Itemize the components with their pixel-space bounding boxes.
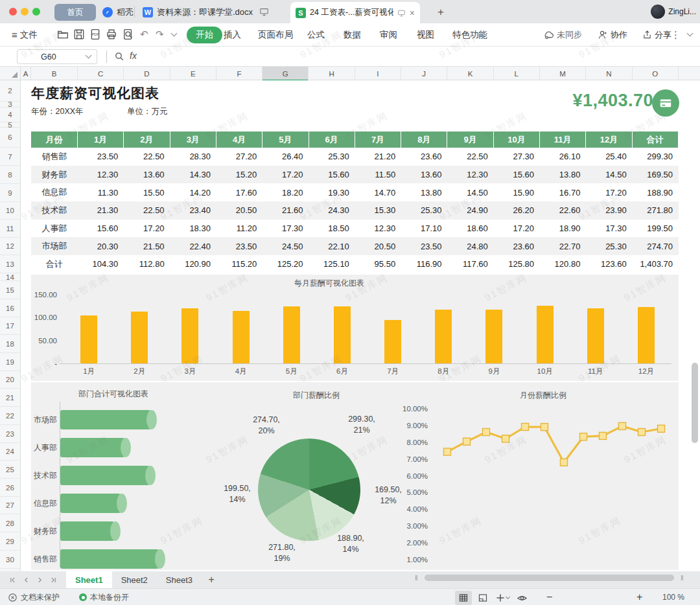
select-all-corner[interactable] — [0, 67, 21, 80]
ribbon-tab-5[interactable]: 审阅 — [380, 23, 397, 46]
row-header-18[interactable]: 18 — [0, 335, 20, 353]
table-cell[interactable]: 18.60 — [447, 220, 493, 238]
table-cell[interactable]: 271.80 — [633, 201, 679, 220]
table-cell[interactable]: 23.50 — [401, 237, 447, 255]
table-cell[interactable]: 17.20 — [586, 183, 632, 201]
table-cell[interactable]: 95.50 — [355, 255, 401, 273]
table-cell[interactable]: 1,403.70 — [633, 255, 679, 273]
monitor-icon[interactable] — [397, 9, 406, 17]
table-cell[interactable]: 26.20 — [494, 201, 540, 220]
table-header-cell[interactable]: 5月 — [262, 131, 309, 148]
sheet-tab-sheet3[interactable]: Sheet3 — [157, 571, 202, 588]
table-cell[interactable]: 23.50 — [78, 148, 124, 166]
row-header-5[interactable]: 5 — [0, 122, 20, 128]
table-cell[interactable]: 25.40 — [586, 148, 632, 166]
column-header-H[interactable]: H — [309, 67, 355, 80]
table-row-label[interactable]: 信息部 — [31, 183, 78, 201]
row-header-10[interactable]: 10 — [0, 202, 20, 220]
table-cell[interactable]: 28.30 — [170, 148, 216, 166]
table-cell[interactable]: 125.20 — [262, 255, 309, 273]
row-header-23[interactable]: 23 — [0, 425, 20, 443]
table-cell[interactable]: 23.60 — [494, 237, 540, 255]
table-header-cell[interactable]: 3月 — [170, 131, 216, 148]
table-cell[interactable]: 23.90 — [586, 201, 632, 220]
table-cell[interactable]: 15.60 — [309, 166, 355, 184]
row-header-8[interactable]: 8 — [0, 166, 20, 184]
table-cell[interactable]: 12.30 — [355, 220, 401, 238]
table-row-label[interactable]: 销售部 — [31, 148, 78, 166]
row-header-11[interactable]: 11 — [0, 220, 20, 238]
row-header-17[interactable]: 17 — [0, 317, 20, 335]
table-cell[interactable]: 23.40 — [170, 201, 216, 220]
first-sheet-icon[interactable] — [9, 576, 16, 584]
print-icon[interactable] — [106, 29, 117, 40]
table-cell[interactable]: 17.20 — [262, 166, 309, 184]
custom-view-dropdown-icon[interactable] — [506, 595, 510, 599]
row-header-26[interactable]: 26 — [0, 479, 20, 497]
ribbon-tab-3[interactable]: 公式 — [307, 23, 325, 46]
table-header-cell[interactable]: 1月 — [78, 131, 124, 148]
collapse-ribbon-icon[interactable] — [687, 30, 694, 37]
table-cell[interactable]: 21.50 — [124, 237, 170, 255]
table-cell[interactable]: 115.20 — [216, 255, 262, 273]
table-cell[interactable]: 20.30 — [78, 237, 124, 255]
table-cell[interactable]: 14.30 — [170, 166, 216, 184]
minimize-window-icon[interactable] — [21, 8, 29, 16]
table-cell[interactable]: 22.60 — [540, 201, 586, 220]
table-cell[interactable]: 188.90 — [633, 183, 679, 201]
table-cell[interactable]: 274.70 — [633, 237, 679, 255]
table-cell[interactable]: 19.30 — [309, 183, 355, 201]
table-cell[interactable]: 26.40 — [262, 148, 309, 166]
vertical-scrollbar[interactable] — [692, 363, 698, 443]
open-file-icon[interactable] — [57, 29, 69, 40]
column-header-I[interactable]: I — [355, 67, 401, 80]
table-cell[interactable]: 14.50 — [586, 166, 632, 184]
row-header-20[interactable]: 20 — [0, 371, 20, 389]
column-header-F[interactable]: F — [216, 67, 262, 80]
table-row-label[interactable]: 技术部 — [31, 201, 78, 220]
table-cell[interactable]: 23.60 — [401, 148, 447, 166]
sheet-canvas[interactable]: 2345678910111213141516171819202122232425… — [0, 80, 700, 571]
close-window-icon[interactable] — [9, 8, 17, 16]
table-cell[interactable]: 15.20 — [216, 166, 262, 184]
table-cell[interactable]: 24.50 — [262, 237, 309, 255]
add-sheet-button[interactable]: + — [202, 571, 221, 588]
table-cell[interactable]: 18.50 — [309, 220, 355, 238]
main-menu-button[interactable]: ≡ 文件 — [12, 23, 38, 46]
name-box[interactable]: G60 — [17, 49, 97, 64]
row-header-16[interactable]: 16 — [0, 299, 20, 317]
table-cell[interactable]: 112.80 — [124, 255, 170, 273]
table-cell[interactable]: 125.80 — [494, 255, 540, 273]
table-cell[interactable]: 14.50 — [447, 183, 493, 201]
table-cell[interactable]: 15.30 — [355, 201, 401, 220]
row-header-29[interactable]: 29 — [0, 532, 20, 551]
table-cell[interactable]: 125.10 — [309, 255, 355, 273]
ribbon-tab-1[interactable]: 插入 — [224, 23, 241, 46]
table-header-cell[interactable]: 11月 — [540, 131, 586, 148]
reading-mode-icon[interactable] — [513, 591, 530, 605]
table-cell[interactable]: 15.60 — [78, 220, 124, 238]
table-cell[interactable]: 22.50 — [447, 148, 493, 166]
sheet-tab-sheet1[interactable]: Sheet1 — [66, 571, 112, 588]
table-cell[interactable]: 120.80 — [540, 255, 586, 273]
table-cell[interactable]: 21.20 — [355, 148, 401, 166]
table-cell[interactable]: 13.80 — [540, 166, 586, 184]
table-cell[interactable]: 18.90 — [540, 220, 586, 238]
row-header-2[interactable]: 2 — [0, 80, 20, 102]
row-header-3[interactable]: 3 — [0, 102, 20, 108]
undo-icon[interactable]: ↶ — [140, 29, 148, 40]
column-header-A[interactable]: A — [21, 67, 31, 80]
table-cell[interactable]: 120.90 — [170, 255, 216, 273]
table-cell[interactable]: 22.10 — [309, 237, 355, 255]
ribbon-tab-2[interactable]: 页面布局 — [258, 23, 293, 46]
collaborate-button[interactable]: 协作 — [598, 23, 627, 46]
zoom-window-icon[interactable] — [32, 8, 40, 16]
table-cell[interactable]: 18.30 — [170, 220, 216, 238]
table-cell[interactable]: 25.30 — [401, 201, 447, 220]
table-header-cell[interactable]: 7月 — [355, 131, 401, 148]
salary-table[interactable]: 月份1月2月3月4月5月6月7月8月9月10月11月12月合计销售部23.502… — [31, 131, 679, 273]
monthly-bar-chart[interactable]: 每月薪酬可视化图表150.00100.0050.00-1月2月3月4月5月6月7… — [31, 275, 679, 381]
table-cell[interactable]: 24.30 — [309, 201, 355, 220]
column-header-L[interactable]: L — [494, 67, 540, 80]
table-header-cell[interactable]: 4月 — [216, 131, 262, 148]
